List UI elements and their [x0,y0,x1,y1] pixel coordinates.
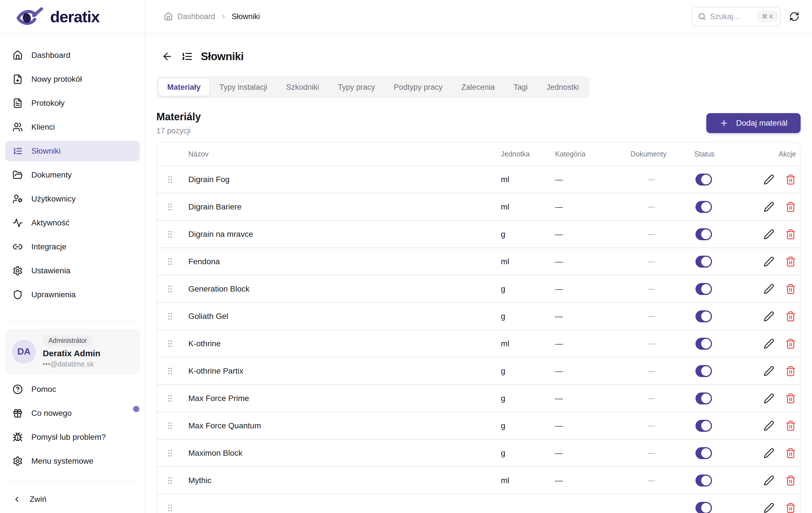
delete-button[interactable] [785,393,796,404]
sidebar-item-label: Słowniki [31,146,61,155]
sidebar-item-uzytkownicy[interactable]: Użytkownicy [5,189,140,209]
search-input[interactable]: Szukaj... ⌘ K [692,7,781,26]
tab-typy-instalacji[interactable]: Typy instalacji [211,79,276,96]
house-icon[interactable] [164,12,173,21]
sidebar-item-co-nowego[interactable]: Co nowego [5,403,140,424]
delete-button[interactable] [785,338,796,349]
status-toggle[interactable] [695,256,712,267]
row-status [694,365,751,377]
drag-handle[interactable] [157,230,185,239]
add-material-button[interactable]: Dodaj materiál [706,113,801,133]
refresh-button[interactable] [789,11,800,22]
status-toggle[interactable] [695,310,712,322]
sidebar-item-integracje[interactable]: Integracje [5,236,140,257]
sidebar-item-uprawnienia[interactable]: Uprawnienia [5,284,140,305]
edit-button[interactable] [763,201,774,212]
tab-tagi[interactable]: Tagi [505,79,536,96]
tab-materialy[interactable]: Materiały [159,79,209,96]
pencil-icon [763,201,774,212]
edit-button[interactable] [763,174,774,185]
drag-handle[interactable] [157,449,185,458]
edit-button[interactable] [763,338,774,349]
sidebar-item-protokoly[interactable]: Protokoły [5,93,140,113]
tab-label: Typy pracy [338,83,375,92]
edit-button[interactable] [763,366,774,376]
sidebar-item-pomysl-lub-problem[interactable]: Pomysł lub problem? [5,427,140,448]
edit-button[interactable] [763,256,774,267]
shield-icon [12,290,23,300]
sidebar-item-nowy-protokol[interactable]: Nowy protokół [5,69,140,89]
drag-handle[interactable] [157,476,185,485]
status-toggle[interactable] [695,228,712,240]
delete-button[interactable] [785,256,796,267]
sidebar-item-label: Nowy protokół [31,75,82,84]
status-toggle[interactable] [695,174,712,186]
delete-button[interactable] [785,284,796,294]
delete-button[interactable] [785,311,796,322]
status-toggle[interactable] [695,283,712,295]
sidebar-item-aktywnosc[interactable]: Aktywność [5,212,140,233]
drag-handle[interactable] [157,257,185,266]
tab-jednostki[interactable]: Jednostki [538,79,587,96]
delete-button[interactable] [785,448,796,459]
row-status [694,201,751,213]
edit-button[interactable] [763,284,774,294]
brand-logo[interactable]: deratix [0,0,145,34]
sidebar-item-dokumenty[interactable]: Dokumenty [5,165,140,185]
tab-zalecenia[interactable]: Zalecenia [453,79,503,96]
status-toggle[interactable] [695,420,712,432]
status-toggle[interactable] [695,447,712,459]
row-name: Fendona [185,257,501,266]
status-toggle[interactable] [695,475,712,486]
delete-button[interactable] [785,366,796,376]
drag-handle[interactable] [157,202,185,211]
delete-button[interactable] [785,475,796,486]
edit-button[interactable] [763,420,774,431]
row-category: — [555,312,631,321]
pencil-icon [763,256,774,267]
sidebar-item-label: Aktywność [31,218,69,227]
edit-button[interactable] [763,311,774,322]
trash-icon [785,174,796,185]
sidebar-item-klienci[interactable]: Klienci [5,117,140,137]
user-profile[interactable]: DA Administrátor Deratix Admin •••@datat… [5,329,140,374]
edit-button[interactable] [763,475,774,486]
drag-handle[interactable] [157,312,185,321]
pencil-icon [763,284,774,294]
notification-dot [133,406,139,412]
tab-podtypy-pracy[interactable]: Podtypy pracy [385,79,451,96]
tab-szkodniki[interactable]: Szkodniki [278,79,328,96]
tab-typy-pracy[interactable]: Typy pracy [329,79,384,96]
drag-handle[interactable] [157,394,185,403]
sidebar-item-dashboard[interactable]: Dashboard [5,45,140,65]
delete-button[interactable] [785,201,796,212]
row-name: K-othrine Partix [185,367,501,376]
sidebar-item-menu-systemowe[interactable]: Menu systemowe [5,451,140,472]
status-toggle[interactable] [695,502,712,513]
drag-handle[interactable] [157,367,185,376]
edit-button[interactable] [763,229,774,240]
delete-button[interactable] [785,503,796,513]
delete-button[interactable] [785,229,796,240]
edit-button[interactable] [763,448,774,459]
back-button[interactable] [162,51,173,62]
status-toggle[interactable] [695,338,712,350]
drag-handle[interactable] [157,284,185,293]
delete-button[interactable] [785,420,796,431]
drag-handle[interactable] [157,339,185,348]
collapse-sidebar-button[interactable]: Zwiń [5,489,140,510]
breadcrumb-home[interactable]: Dashboard [177,12,215,21]
sidebar-item-slowniki[interactable]: Słowniki [5,141,140,161]
edit-button[interactable] [763,503,774,513]
status-toggle[interactable] [695,201,712,213]
status-toggle[interactable] [695,365,712,377]
delete-button[interactable] [785,174,796,185]
status-toggle[interactable] [695,393,712,404]
sidebar-item-pomoc[interactable]: Pomoc [5,379,140,400]
pencil-icon [763,174,774,185]
sidebar-item-ustawienia[interactable]: Ustawienia [5,260,140,281]
drag-handle[interactable] [157,503,185,512]
edit-button[interactable] [763,393,774,404]
drag-handle[interactable] [157,175,185,184]
drag-handle[interactable] [157,421,185,430]
